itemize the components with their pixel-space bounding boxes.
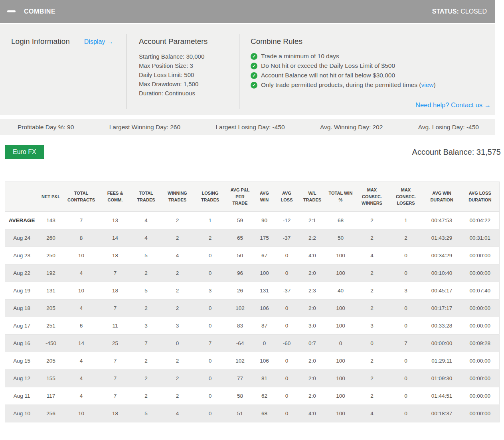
column-header: TOTAL WIN % xyxy=(326,182,355,212)
rule-text: Only trade permitted products, during th… xyxy=(261,80,436,90)
table-cell: 2 xyxy=(131,352,161,369)
column-header: MAX CONSEC. WINNERS xyxy=(355,182,389,212)
table-row: Aug 182054722010210602:01002000:17:1700:… xyxy=(5,299,500,317)
table-row: Aug 102561018540516804:01004000:18:3700:… xyxy=(5,404,500,422)
table-cell: 100 xyxy=(326,264,355,282)
table-cell: 2 xyxy=(355,264,389,282)
table-cell: 0 xyxy=(161,334,194,352)
table-cell: 100 xyxy=(326,352,355,369)
table-cell: 0 xyxy=(389,247,423,264)
table-cell: 18 xyxy=(99,282,131,299)
table-cell: 7 xyxy=(99,299,131,317)
table-cell: 00:00:00 xyxy=(461,317,500,334)
table-cell: 3 xyxy=(161,317,194,334)
table-cell: 2 xyxy=(194,229,227,247)
collapse-button[interactable] xyxy=(7,6,18,17)
table-cell: 7 xyxy=(99,369,131,387)
table-row: Aug 16-4501425707-640-600:700700:00:0000… xyxy=(5,334,500,352)
table-cell: 1 xyxy=(194,211,227,229)
login-information-section: Login Information Display → xyxy=(0,34,126,109)
table-cell: 2:0 xyxy=(298,369,326,387)
table-cell: 2 xyxy=(161,282,194,299)
table-cell: 68 xyxy=(326,211,355,229)
table-cell: 2 xyxy=(161,387,194,404)
table-cell: 2:0 xyxy=(298,264,326,282)
table-cell: 2 xyxy=(161,229,194,247)
table-cell: 2 xyxy=(131,387,161,404)
table-cell: 0 xyxy=(389,404,423,422)
table-cell: 2 xyxy=(131,264,161,282)
table-cell: 4 xyxy=(63,387,99,404)
view-link[interactable]: view xyxy=(421,81,433,88)
table-cell: 4 xyxy=(161,247,194,264)
combine-rule-item: ✓Account Balance will not hit or fall be… xyxy=(251,71,491,80)
table-cell: 2:2 xyxy=(298,229,326,247)
account-parameters-list: Starting Balance: 30,000Max Position Siz… xyxy=(139,52,229,98)
table-cell: 131 xyxy=(254,282,275,299)
column-header: AVG LOSS xyxy=(275,182,298,212)
table-cell: 14 xyxy=(63,334,99,352)
table-cell: 01:43:29 xyxy=(423,229,461,247)
table-cell: 81 xyxy=(254,369,275,387)
table-cell: 00:09:28 xyxy=(461,334,500,352)
table-cell: 0 xyxy=(275,369,298,387)
table-cell: 0 xyxy=(389,352,423,369)
rule-text: Trade a minimum of 10 days xyxy=(261,51,339,61)
row-label: Aug 18 xyxy=(5,299,39,317)
table-cell: 7 xyxy=(389,334,423,352)
column-header: AVG P&L PER TRADE xyxy=(227,182,254,212)
table-cell: 4 xyxy=(63,352,99,369)
table-cell: 0 xyxy=(194,387,227,404)
account-parameter-item: Max Position Size: 3 xyxy=(139,61,229,70)
column-header: NET P&L xyxy=(39,182,63,212)
check-icon: ✓ xyxy=(251,63,257,69)
table-cell: 251 xyxy=(39,317,63,334)
table-header-row: NET P&LTOTAL CONTRACTSFEES & COMM.TOTAL … xyxy=(5,182,500,212)
stat-item: Avg. Winning Day: 202 xyxy=(320,124,383,131)
table-cell: 4 xyxy=(63,369,99,387)
table-row: Aug 17251611330838703:01003000:33:2800:0… xyxy=(5,317,500,334)
table-cell: 00:00:00 xyxy=(461,369,500,387)
table-cell: 6 xyxy=(63,317,99,334)
combine-rules-list: ✓Trade a minimum of 10 days✓Do Not hit o… xyxy=(251,51,491,90)
table-cell: 0 xyxy=(275,352,298,369)
combine-rule-item: ✓Trade a minimum of 10 days xyxy=(251,51,491,61)
check-icon: ✓ xyxy=(251,53,257,60)
table-cell: 143 xyxy=(39,211,63,229)
table-cell: 0 xyxy=(275,247,298,264)
table-cell: 0 xyxy=(275,317,298,334)
table-cell: 7 xyxy=(63,211,99,229)
table-cell: 7 xyxy=(131,334,161,352)
table-cell: 0 xyxy=(275,404,298,422)
row-label: Aug 11 xyxy=(5,387,39,404)
table-cell: 7 xyxy=(99,264,131,282)
table-cell: 117 xyxy=(39,387,63,404)
column-header: AVG LOSS DURATION xyxy=(461,182,500,212)
row-label: Aug 19 xyxy=(5,282,39,299)
table-cell: 18 xyxy=(99,404,131,422)
table-cell: 155 xyxy=(39,369,63,387)
table-cell: -37 xyxy=(275,282,298,299)
row-label: Aug 23 xyxy=(5,247,39,264)
table-cell: 67 xyxy=(254,247,275,264)
daily-stats-bar: Profitable Day %: 90Largest Winning Day:… xyxy=(0,119,495,135)
display-link[interactable]: Display → xyxy=(84,38,113,45)
table-cell: 50 xyxy=(326,229,355,247)
table-cell: 0 xyxy=(194,317,227,334)
table-cell: 00:33:28 xyxy=(423,317,461,334)
table-cell: -12 xyxy=(275,211,298,229)
table-cell: 3 xyxy=(389,282,423,299)
table-cell: 0 xyxy=(194,299,227,317)
table-cell: 3 xyxy=(194,282,227,299)
table-cell: 205 xyxy=(39,352,63,369)
table-cell: 00:04:22 xyxy=(461,211,500,229)
performance-table-wrap: NET P&LTOTAL CONTRACTSFEES & COMM.TOTAL … xyxy=(5,182,499,422)
table-cell: 40 xyxy=(326,282,355,299)
contact-us-link[interactable]: Need help? Contact us → xyxy=(415,101,491,109)
table-cell: 2 xyxy=(389,229,423,247)
column-header: FEES & COMM. xyxy=(99,182,131,212)
table-cell: 51 xyxy=(227,404,254,422)
account-parameters-title: Account Parameters xyxy=(139,37,229,46)
table-cell: 00:00:00 xyxy=(461,247,500,264)
instrument-button[interactable]: Euro FX xyxy=(5,145,44,159)
